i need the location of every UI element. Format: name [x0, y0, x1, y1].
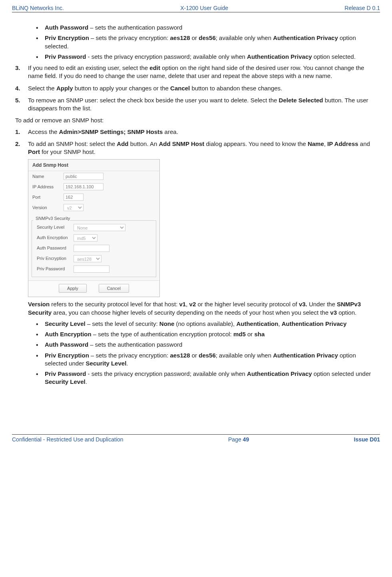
priv-password-input[interactable]	[74, 266, 109, 273]
apply-button[interactable]: Apply	[59, 284, 87, 293]
auth-password-input[interactable]	[74, 245, 109, 252]
list-item: Auth Encryption – sets the type of authe…	[36, 330, 377, 338]
fieldset-title: SNMPv3 Security	[33, 216, 70, 222]
auth-encryption-select[interactable]: md5	[74, 234, 98, 242]
intro-text: To add or remove an SNMP host:	[15, 116, 377, 124]
name-input[interactable]	[64, 173, 103, 180]
priv-encryption-label: Priv Encryption	[37, 256, 74, 262]
ip-input[interactable]	[64, 183, 103, 190]
footer-right: Issue D01	[354, 436, 380, 443]
list-item: Priv Encryption – sets the privacy encry…	[36, 34, 377, 50]
dialog-title: Add Snmp Host	[28, 160, 159, 171]
name-label: Name	[32, 174, 64, 180]
footer-left: Confidential - Restricted Use and Duplic…	[12, 436, 123, 443]
page-header: BLiNQ Networks Inc. X-1200 User Guide Re…	[12, 5, 380, 12]
add-snmp-host-dialog: Add Snmp Host Name IP Address Port V	[28, 159, 160, 297]
priv-password-label: Priv Password	[37, 266, 74, 272]
version-label: Version	[32, 205, 64, 211]
snmpv3-fieldset: Security Level None Auth Encryption md5 …	[32, 220, 156, 277]
content-area: Auth Password – sets the authentication …	[12, 24, 380, 386]
step-4: 4. Select the Apply button to apply your…	[15, 84, 377, 92]
auth-password-label: Auth Password	[37, 245, 74, 251]
list-item: Priv Encryption – sets the privacy encry…	[36, 351, 377, 368]
step-2: 2. To add an SNMP host: select the Add b…	[15, 140, 377, 386]
header-left: BLiNQ Networks Inc.	[12, 5, 64, 11]
list-item: Auth Password – sets the authentication …	[36, 24, 377, 32]
ip-label: IP Address	[32, 184, 64, 190]
bullet-list-top: Auth Password – sets the authentication …	[15, 24, 377, 61]
list-item: Priv Password - sets the privacy encrypt…	[36, 53, 377, 61]
port-input[interactable]	[64, 194, 84, 201]
version-paragraph: Version refers to the security protocol …	[28, 300, 377, 317]
numbered-steps-a: 3. If you need to edit an existing user,…	[15, 64, 377, 112]
page-footer: Confidential - Restricted Use and Duplic…	[12, 434, 380, 443]
cancel-button[interactable]: Cancel	[99, 284, 129, 293]
header-center: X-1200 User Guide	[180, 5, 228, 11]
header-right: Release D 0.1	[344, 5, 380, 11]
auth-encryption-label: Auth Encryption	[37, 235, 74, 241]
bullet-list-bottom: Security Level – sets the level of secur…	[28, 320, 377, 386]
step-3: 3. If you need to edit an existing user,…	[15, 64, 377, 80]
port-label: Port	[32, 194, 64, 200]
list-item: Security Level – sets the level of secur…	[36, 320, 377, 328]
security-level-select[interactable]: None	[74, 224, 125, 231]
footer-page: Page 49	[228, 436, 249, 443]
security-level-label: Security Level	[37, 224, 74, 230]
list-item: Priv Password - sets the privacy encrypt…	[36, 370, 377, 386]
version-select[interactable]: v2	[64, 204, 84, 211]
list-item: Auth Password – sets the authentication …	[36, 341, 377, 349]
step-5: 5. To remove an SNMP user: select the ch…	[15, 96, 377, 113]
numbered-steps-b: 1. Access the Admin>SNMP Settings; SNMP …	[15, 128, 377, 386]
step-1: 1. Access the Admin>SNMP Settings; SNMP …	[15, 128, 377, 136]
priv-encryption-select[interactable]: aes128	[74, 255, 101, 262]
